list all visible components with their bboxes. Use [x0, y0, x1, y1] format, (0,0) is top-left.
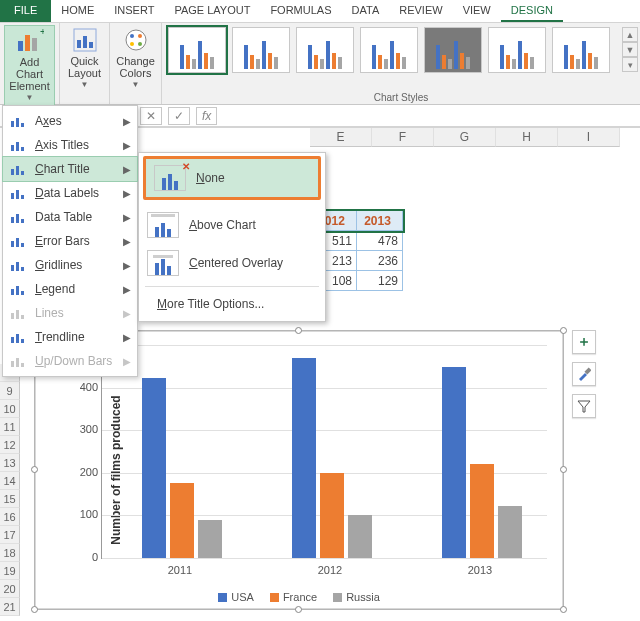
row-16[interactable]: 16: [0, 508, 20, 526]
fb-fx-icon[interactable]: fx: [196, 107, 217, 125]
tab-pagelayout[interactable]: PAGE LAYOUT: [164, 0, 260, 22]
menu-item-axis-titles[interactable]: Axis Titles▶: [3, 133, 137, 157]
svg-rect-33: [16, 262, 19, 271]
svg-rect-21: [16, 166, 19, 175]
row-12[interactable]: 12: [0, 436, 20, 454]
menu-item-legend[interactable]: Legend▶: [3, 277, 137, 301]
bar-russia-2013[interactable]: [498, 506, 522, 558]
svg-rect-34: [21, 267, 24, 271]
svg-rect-27: [16, 214, 19, 223]
menu-item-axes[interactable]: Axes▶: [3, 109, 137, 133]
tab-home[interactable]: HOME: [51, 0, 104, 22]
row-21[interactable]: 21: [0, 598, 20, 616]
row-10[interactable]: 10: [0, 400, 20, 418]
chart-title-overlay[interactable]: Centered Overlay: [139, 244, 325, 282]
menu-item-trendline[interactable]: Trendline▶: [3, 325, 137, 349]
tab-file[interactable]: FILE: [0, 0, 51, 22]
chart-style-7[interactable]: [552, 27, 610, 73]
fb-enter-icon[interactable]: ✓: [168, 107, 190, 125]
tab-data[interactable]: DATA: [342, 0, 390, 22]
svg-rect-24: [16, 190, 19, 199]
bar-france-2012[interactable]: [320, 473, 344, 558]
mini-chart-icon: [9, 185, 27, 201]
legend-usa: USA: [231, 591, 254, 603]
chart-styles-down[interactable]: ▼: [622, 42, 638, 57]
menu-item-data-labels[interactable]: Data Labels▶: [3, 181, 137, 205]
cell[interactable]: 236: [357, 251, 403, 271]
row-20[interactable]: 20: [0, 580, 20, 598]
svg-rect-19: [21, 147, 24, 151]
mini-chart-icon: [9, 137, 27, 153]
menu-item-label: Up/Down Bars: [35, 354, 112, 368]
col-F[interactable]: F: [372, 128, 434, 147]
svg-point-9: [130, 34, 134, 38]
menu-item-data-table[interactable]: Data Table▶: [3, 205, 137, 229]
row-15[interactable]: 15: [0, 490, 20, 508]
menu-item-label: Axis Titles: [35, 138, 89, 152]
row-17[interactable]: 17: [0, 526, 20, 544]
quick-layout-icon: [73, 28, 97, 52]
chart-legend[interactable]: USA France Russia: [35, 591, 563, 603]
chart-filter-button[interactable]: [572, 394, 596, 418]
chart-styles-more[interactable]: ▾: [622, 57, 638, 72]
row-11[interactable]: 11: [0, 418, 20, 436]
tab-review[interactable]: REVIEW: [389, 0, 452, 22]
cell[interactable]: 129: [357, 271, 403, 291]
chart-style-4[interactable]: [360, 27, 418, 73]
chart-plot-area[interactable]: 0100200300400500201120122013: [101, 345, 547, 559]
row-19[interactable]: 19: [0, 562, 20, 580]
col-I[interactable]: I: [558, 128, 620, 147]
mini-chart-icon: [9, 305, 27, 321]
chart-styles-up[interactable]: ▲: [622, 27, 638, 42]
bar-russia-2011[interactable]: [198, 520, 222, 558]
y-tick: 200: [72, 466, 98, 478]
chart-element-icon: +: [16, 29, 44, 53]
chevron-right-icon: ▶: [123, 308, 131, 319]
bar-usa-2013[interactable]: [442, 367, 466, 558]
svg-rect-18: [16, 142, 19, 151]
tab-formulas[interactable]: FORMULAS: [260, 0, 341, 22]
cell[interactable]: 2013: [357, 211, 403, 231]
quick-layout-button[interactable]: Quick Layout ▼: [64, 25, 105, 105]
bar-usa-2012[interactable]: [292, 358, 316, 558]
fb-cancel-icon[interactable]: ✕: [140, 107, 162, 125]
col-G[interactable]: G: [434, 128, 496, 147]
row-18[interactable]: 18: [0, 544, 20, 562]
cell[interactable]: 478: [357, 231, 403, 251]
svg-rect-16: [21, 123, 24, 127]
chart-title-more-options[interactable]: More Title Options...: [139, 291, 325, 317]
column-headers: E F G H I: [310, 128, 620, 147]
menu-item-chart-title[interactable]: Chart Title▶: [3, 157, 137, 181]
bar-france-2013[interactable]: [470, 464, 494, 558]
tab-view[interactable]: VIEW: [453, 0, 501, 22]
chart-title-above[interactable]: Above Chart: [139, 206, 325, 244]
chart-style-5[interactable]: [424, 27, 482, 73]
bar-france-2011[interactable]: [170, 483, 194, 558]
chart-title-more-label: More Title Options...: [157, 297, 264, 311]
mini-chart-icon: [9, 353, 27, 369]
chart-style-2[interactable]: [232, 27, 290, 73]
row-14[interactable]: 14: [0, 472, 20, 490]
svg-rect-29: [11, 241, 14, 247]
menu-item-label: Legend: [35, 282, 75, 296]
tab-design[interactable]: DESIGN: [501, 0, 563, 22]
chart-title-none[interactable]: NNoneone: [146, 159, 318, 197]
change-colors-button[interactable]: Change Colors ▼: [114, 25, 157, 105]
tab-insert[interactable]: INSERT: [104, 0, 164, 22]
col-E[interactable]: E: [310, 128, 372, 147]
chart-styles-button[interactable]: [572, 362, 596, 386]
bar-russia-2012[interactable]: [348, 515, 372, 558]
row-13[interactable]: 13: [0, 454, 20, 472]
chevron-right-icon: ▶: [123, 140, 131, 151]
menu-item-gridlines[interactable]: Gridlines▶: [3, 253, 137, 277]
chart-style-3[interactable]: [296, 27, 354, 73]
menu-item-error-bars[interactable]: Error Bars▶: [3, 229, 137, 253]
bar-usa-2011[interactable]: [142, 378, 166, 558]
legend-swatch-usa: [218, 593, 227, 602]
row-9[interactable]: 9: [0, 382, 20, 400]
chart-style-1[interactable]: [168, 27, 226, 73]
chart-style-6[interactable]: [488, 27, 546, 73]
chart-plus-button[interactable]: ＋: [572, 330, 596, 354]
col-H[interactable]: H: [496, 128, 558, 147]
mini-chart-icon: [9, 281, 27, 297]
